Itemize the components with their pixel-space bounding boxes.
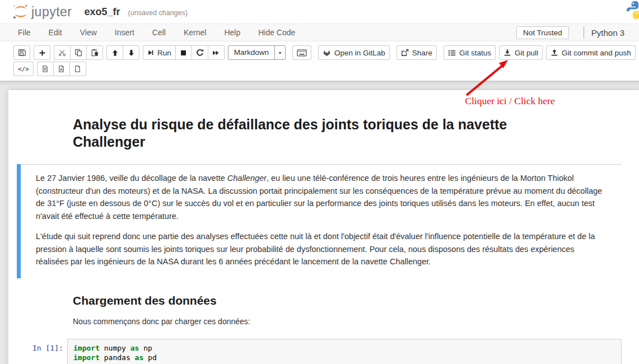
interrupt-kernel-button[interactable] — [175, 45, 192, 60]
save-icon — [18, 49, 26, 57]
checkpoint-status: (unsaved changes) — [128, 7, 188, 17]
paste-cell-button[interactable] — [86, 45, 103, 60]
restart-kernel-button[interactable] — [192, 45, 208, 60]
menu-file[interactable]: File — [16, 24, 40, 41]
jupyter-wordmark: jupyter — [31, 4, 72, 20]
jupyter-logo[interactable]: jupyter — [12, 3, 72, 20]
copy-icon — [74, 49, 82, 57]
copy-cell-button[interactable] — [70, 45, 87, 60]
run-button[interactable]: Run — [143, 45, 176, 60]
menu-right-area: Not Trusted Python 3 — [516, 26, 631, 39]
code-cell: In [1]: import numpy as np import pandas… — [8, 339, 639, 364]
share-button[interactable]: Share — [397, 45, 437, 60]
git-pull-label: Git pull — [515, 49, 538, 57]
notebook-title[interactable]: exo5_fr — [85, 6, 120, 18]
code-icon: </> — [18, 66, 29, 73]
add-cell-button[interactable] — [34, 45, 50, 60]
chevron-down-icon: ▾ — [274, 46, 285, 59]
intro-sentence: Nous commençons donc par charger ces don… — [73, 317, 639, 326]
upload-icon — [551, 49, 558, 57]
file-pdf-icon — [58, 65, 65, 73]
open-in-gitlab-label: Open in GitLab — [334, 49, 385, 57]
plus-icon — [39, 49, 46, 57]
git-pull-button[interactable]: Git pull — [499, 45, 543, 60]
stop-icon — [180, 49, 187, 57]
code-line: import pandas as pd — [73, 353, 615, 363]
list-icon — [448, 49, 456, 57]
run-button-label: Run — [157, 49, 171, 57]
intro-blockquote: Le 27 Janvier 1986, veille du décollage … — [17, 164, 622, 278]
arrow-down-icon — [128, 49, 135, 57]
share-icon — [401, 49, 409, 57]
menu-help[interactable]: Help — [215, 24, 249, 41]
fast-forward-icon — [212, 49, 220, 57]
kernel-indicator: Python 3 — [591, 28, 631, 38]
menu-kernel[interactable]: Kernel — [175, 24, 215, 41]
scissors-icon — [58, 49, 66, 57]
toolbar: Run Markdown ▾ — [0, 41, 639, 81]
cell-type-select[interactable]: Markdown ▾ — [228, 45, 286, 60]
cell-type-selected: Markdown — [228, 46, 274, 59]
git-commit-and-push-label: Git commit and push — [562, 49, 631, 57]
jupyter-logo-icon — [12, 3, 29, 20]
toolbar-row-1: Run Markdown ▾ — [13, 45, 639, 60]
document-text-icon — [41, 65, 49, 73]
file-blank-icon — [74, 65, 81, 73]
menu-view[interactable]: View — [71, 24, 106, 41]
keyboard-icon — [297, 49, 307, 57]
move-cell-down-button[interactable] — [123, 45, 139, 60]
notebook-h1-title: Analyse du risque de défaillance des joi… — [73, 116, 543, 151]
edit-group — [54, 45, 103, 60]
menu-bar: File Edit View Insert Cell Kernel Help H… — [0, 24, 639, 41]
paste-icon — [91, 49, 99, 57]
toolbar-row-2: </> — [13, 62, 639, 76]
move-cell-up-button[interactable] — [106, 45, 123, 60]
notebook-page: Analyse du risque de défaillance des joi… — [8, 90, 639, 364]
git-status-button[interactable]: Git status — [444, 45, 496, 60]
menu-edit[interactable]: Edit — [40, 24, 71, 41]
run-group: Run — [143, 45, 225, 60]
kernel-separator — [584, 26, 584, 39]
python-logo-icon — [626, 1, 639, 20]
toggle-code-button[interactable]: </> — [13, 62, 34, 76]
save-button[interactable] — [13, 45, 30, 60]
cut-cell-button[interactable] — [54, 45, 71, 60]
menu-cell[interactable]: Cell — [143, 24, 175, 41]
open-in-gitlab-button[interactable]: Open in GitLab — [318, 45, 390, 60]
git-commit-and-push-button[interactable]: Git commit and push — [546, 45, 636, 60]
notebook-header: jupyter exo5_fr (unsaved changes) — [0, 0, 639, 24]
export-script-button[interactable] — [37, 62, 54, 76]
arrow-up-icon — [111, 49, 119, 57]
code-line: import numpy as np — [73, 343, 615, 353]
refresh-icon — [196, 49, 204, 57]
export-group — [37, 62, 86, 76]
not-trusted-button[interactable]: Not Trusted — [516, 26, 569, 39]
run-all-below-button[interactable] — [208, 45, 225, 60]
challenger-italic: Challenger — [227, 174, 267, 183]
step-forward-icon — [147, 49, 154, 56]
input-prompt: In [1]: — [8, 339, 67, 364]
share-button-label: Share — [412, 49, 432, 57]
blockquote-paragraph-1: Le 27 Janvier 1986, veille du décollage … — [36, 172, 608, 222]
command-palette-button[interactable] — [292, 45, 311, 60]
menu-hide-code[interactable]: Hide Code — [249, 24, 304, 41]
notebook-site: Analyse du risque de défaillance des joi… — [0, 81, 639, 364]
move-group — [106, 45, 139, 60]
intro-blockquote-text: Le 27 Janvier 1986, veille du décollage … — [21, 164, 622, 278]
git-status-label: Git status — [459, 49, 491, 57]
download-icon — [503, 49, 511, 57]
gitlab-icon — [323, 49, 331, 57]
new-file-button[interactable] — [69, 62, 86, 76]
menu-insert[interactable]: Insert — [106, 24, 143, 41]
section-title: Chargement des données — [73, 294, 639, 307]
code-editor[interactable]: import numpy as np import pandas as pd d… — [67, 339, 622, 364]
export-pdf-button[interactable] — [53, 62, 70, 76]
blockquote-paragraph-2: L'étude qui suit reprend donc une partie… — [36, 230, 608, 268]
